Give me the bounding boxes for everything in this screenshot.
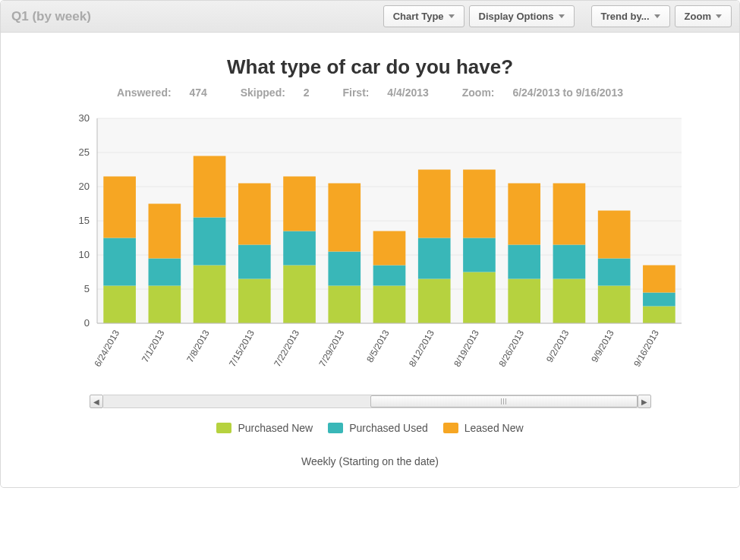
bar-segment[interactable] <box>328 286 361 324</box>
legend-label: Purchased New <box>238 422 313 434</box>
bar-segment[interactable] <box>643 266 675 293</box>
zoom-stat: Zoom: 6/24/2013 to 9/16/2013 <box>455 87 631 99</box>
bar-segment[interactable] <box>148 259 181 286</box>
trend-by-label: Trend by... <box>601 11 650 22</box>
bar-segment[interactable] <box>328 184 361 252</box>
x-axis-label: 8/12/2013 <box>407 328 436 369</box>
chart-panel: Q1 (by week) Chart Type Display Options … <box>0 0 740 488</box>
interval-footnote: Weekly (Starting on the date) <box>52 455 689 467</box>
answered-stat: Answered: 474 <box>109 87 218 99</box>
bar-segment[interactable] <box>553 245 585 279</box>
chevron-down-icon <box>716 14 722 18</box>
scroll-track[interactable] <box>103 395 638 408</box>
x-axis-label: 6/24/2013 <box>92 328 121 369</box>
x-axis-label: 7/15/2013 <box>227 328 257 369</box>
display-options-label: Display Options <box>479 11 554 22</box>
x-axis-label: 8/26/2013 <box>496 328 526 369</box>
legend-item[interactable]: Leased New <box>443 422 524 434</box>
bar-segment[interactable] <box>103 238 136 286</box>
bar-segment[interactable] <box>238 279 270 324</box>
svg-text:20: 20 <box>78 181 89 192</box>
bar-segment[interactable] <box>148 286 181 324</box>
svg-text:25: 25 <box>78 146 89 158</box>
bar-segment[interactable] <box>103 286 136 324</box>
svg-text:15: 15 <box>78 215 89 226</box>
bar-segment[interactable] <box>553 184 585 245</box>
x-axis-label: 8/19/2013 <box>452 328 481 369</box>
x-axis-label: 7/1/2013 <box>139 328 166 364</box>
bar-segment[interactable] <box>283 177 316 231</box>
skipped-stat: Skipped: 2 <box>233 87 320 99</box>
legend-swatch <box>216 423 231 433</box>
bar-segment[interactable] <box>597 211 630 259</box>
chevron-down-icon <box>654 14 660 18</box>
bar-segment[interactable] <box>553 279 585 324</box>
bar-segment[interactable] <box>238 184 270 245</box>
panel-body: What type of car do you have? Answered: … <box>1 33 739 487</box>
bar-segment[interactable] <box>103 177 136 238</box>
zoom-button[interactable]: Zoom <box>675 5 732 27</box>
display-options-button[interactable]: Display Options <box>469 5 575 27</box>
first-stat: First: 4/4/2013 <box>335 87 439 99</box>
panel-header: Q1 (by week) Chart Type Display Options … <box>1 1 739 33</box>
legend-label: Leased New <box>464 422 524 434</box>
bar-segment[interactable] <box>508 279 540 324</box>
bar-segment[interactable] <box>508 184 540 245</box>
scroll-left-button[interactable]: ◀ <box>90 395 103 408</box>
legend: Purchased NewPurchased UsedLeased New <box>52 422 689 436</box>
chevron-down-icon <box>449 14 455 18</box>
bar-segment[interactable] <box>597 286 630 324</box>
legend-swatch <box>443 423 458 433</box>
bar-segment[interactable] <box>463 272 496 324</box>
x-axis-label: 7/22/2013 <box>272 328 301 369</box>
bar-segment[interactable] <box>417 238 450 279</box>
svg-text:30: 30 <box>78 112 89 124</box>
x-axis-label: 8/5/2013 <box>364 328 392 364</box>
zoom-scrollbar[interactable]: ◀ ▶ <box>90 395 651 408</box>
right-button-group: Trend by... Zoom <box>591 5 732 27</box>
svg-text:5: 5 <box>83 283 89 294</box>
zoom-label: Zoom <box>685 11 711 22</box>
left-button-group: Chart Type Display Options <box>383 5 575 27</box>
bar-segment[interactable] <box>463 170 496 238</box>
bar-segment[interactable] <box>283 266 316 324</box>
bar-segment[interactable] <box>283 231 316 266</box>
legend-item[interactable]: Purchased Used <box>328 422 428 434</box>
x-axis-label: 7/8/2013 <box>184 328 212 364</box>
chart-title: What type of car do you have? <box>8 55 732 79</box>
chart-subtitle: Answered: 474 Skipped: 2 First: 4/4/2013… <box>8 87 732 99</box>
legend-swatch <box>328 423 343 433</box>
bar-segment[interactable] <box>643 307 675 324</box>
chart-type-button[interactable]: Chart Type <box>383 5 464 27</box>
bar-segment[interactable] <box>643 293 675 307</box>
trend-by-button[interactable]: Trend by... <box>591 5 670 27</box>
scroll-thumb[interactable] <box>370 395 638 407</box>
x-axis-label: 9/9/2013 <box>589 328 616 364</box>
bar-segment[interactable] <box>193 218 225 266</box>
bar-segment[interactable] <box>373 266 405 286</box>
bar-segment[interactable] <box>373 231 405 266</box>
x-axis-label: 9/16/2013 <box>631 328 661 369</box>
legend-label: Purchased Used <box>349 422 428 434</box>
bar-segment[interactable] <box>417 279 450 324</box>
bar-segment[interactable] <box>193 266 225 324</box>
bar-segment[interactable] <box>508 245 540 279</box>
x-axis-label: 9/2/2013 <box>544 328 572 364</box>
bar-segment[interactable] <box>148 204 181 259</box>
grip-icon <box>500 398 508 404</box>
plot-container: 0510152025306/24/20137/1/20137/8/20137/1… <box>52 112 689 385</box>
legend-item[interactable]: Purchased New <box>216 422 313 434</box>
chart-wrap: 0510152025306/24/20137/1/20137/8/20137/1… <box>52 112 689 467</box>
bar-segment[interactable] <box>328 252 361 286</box>
bar-segment[interactable] <box>597 259 630 286</box>
bar-segment[interactable] <box>193 156 225 218</box>
bar-segment[interactable] <box>463 238 496 272</box>
chevron-down-icon <box>559 14 565 18</box>
scroll-right-button[interactable]: ▶ <box>638 395 651 408</box>
bar-segment[interactable] <box>373 286 405 324</box>
bar-segment[interactable] <box>417 170 450 238</box>
bar-segment[interactable] <box>238 245 270 279</box>
stacked-bar-chart: 0510152025306/24/20137/1/20137/8/20137/1… <box>52 112 689 385</box>
svg-text:10: 10 <box>78 249 89 260</box>
question-title: Q1 (by week) <box>8 9 379 24</box>
